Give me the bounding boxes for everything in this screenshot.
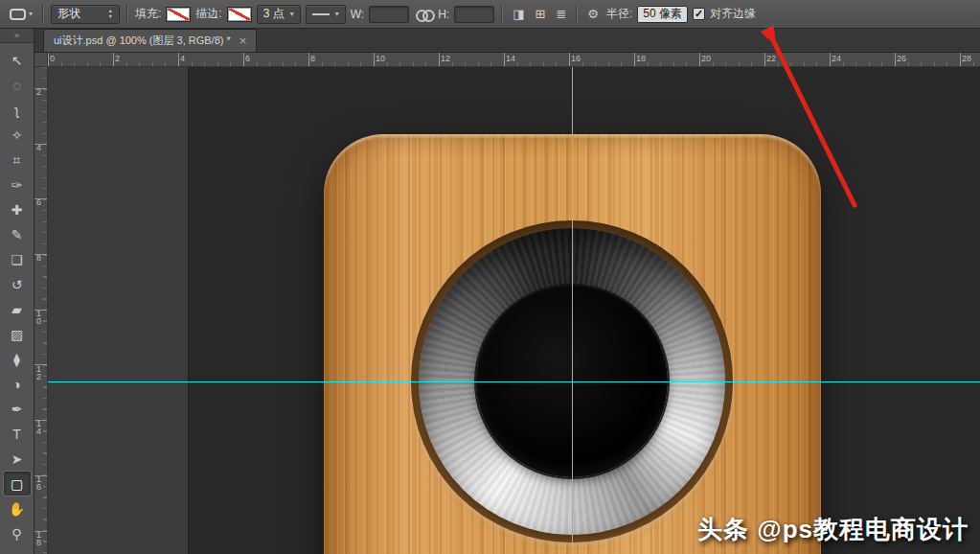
width-input[interactable]	[369, 6, 409, 23]
ruler-top-label: 4	[180, 54, 185, 63]
chevron-down-icon: ▾	[335, 11, 339, 18]
path-selection-tool[interactable]: ➤	[4, 447, 31, 471]
lasso-tool[interactable]: ʅ	[4, 98, 31, 122]
link-dimensions-button[interactable]	[414, 8, 433, 20]
tool-list: ↖◌ʅ✧⌗✑✚✎❏↺▰▨⧫◑✒T➤▢✋⚲	[0, 43, 34, 554]
combo-arrows-icon: ▲ ▼	[108, 9, 113, 19]
divider	[42, 5, 44, 24]
tool-mode-select[interactable]: 形状 ▲ ▼	[51, 5, 120, 24]
solid-line-icon	[312, 13, 330, 15]
tool-mode-value: 形状	[57, 6, 80, 22]
ruler-corner	[34, 53, 48, 67]
no-color-slash-icon	[168, 9, 189, 20]
rounded-rectangle-icon	[10, 9, 26, 20]
check-icon: ✓	[695, 9, 703, 19]
ruler-top-label: 26	[897, 54, 906, 63]
close-icon[interactable]: ×	[239, 35, 247, 47]
stroke-width-select[interactable]: 3 点 ▾	[257, 5, 301, 24]
options-bar: ▾ 形状 ▲ ▼ 填充: 描边: 3 点 ▾ ▾ W:	[0, 0, 980, 29]
ruler-top[interactable]: 0246810121416182022242628	[48, 53, 980, 67]
ruler-top-label: 24	[832, 54, 841, 63]
align-edges-checkbox[interactable]: ✓	[693, 8, 705, 20]
ruler-left-label: 2	[36, 88, 45, 96]
dodge-tool[interactable]: ◑	[4, 372, 31, 396]
clone-stamp-tool[interactable]: ❏	[4, 247, 31, 271]
ruler-left-label: 4	[36, 144, 45, 151]
zoom-tool[interactable]: ⚲	[4, 521, 31, 545]
radius-label: 半径:	[606, 6, 632, 22]
document-tab[interactable]: ui设计.psd @ 100% (图层 3, RGB/8) * ×	[43, 29, 257, 52]
ruler-top-label: 2	[115, 54, 120, 63]
ruler-top-label: 22	[766, 54, 776, 63]
combo-down-icon: ▼	[108, 14, 113, 19]
fill-label: 填充:	[135, 6, 161, 22]
tool-preset-button[interactable]: ▾	[7, 7, 35, 22]
tab-title: ui设计.psd @ 100% (图层 3, RGB/8) *	[54, 34, 231, 48]
path-alignment-button[interactable]: ⊞	[533, 6, 549, 22]
ruler-left-label: 18	[36, 531, 45, 546]
ruler-left-label: 8	[36, 254, 45, 262]
blur-tool[interactable]: ⧫	[4, 347, 31, 371]
photoshop-window: ▾ 形状 ▲ ▼ 填充: 描边: 3 点 ▾ ▾ W:	[0, 0, 980, 554]
width-label: W:	[351, 8, 364, 21]
eyedropper-tool[interactable]: ✑	[4, 173, 31, 196]
ruler-left-label: 14	[36, 420, 45, 435]
crop-tool[interactable]: ⌗	[4, 148, 31, 172]
chevron-down-icon: ▾	[290, 11, 294, 18]
stroke-width-value: 3 点	[263, 6, 285, 22]
ruler-top-label: 18	[636, 54, 646, 63]
gear-button[interactable]: ⚙	[584, 6, 602, 22]
no-color-slash-icon	[229, 9, 250, 20]
history-brush-tool[interactable]: ↺	[4, 272, 31, 296]
tab-bar: ui设计.psd @ 100% (图层 3, RGB/8) * ×	[34, 29, 980, 53]
ruler-top-label: 0	[50, 54, 55, 63]
canvas-viewport	[48, 67, 980, 554]
stroke-style-select[interactable]: ▾	[306, 5, 346, 24]
stroke-label: 描边:	[195, 6, 221, 22]
guide-horizontal[interactable]	[48, 381, 980, 382]
watermark: 头条 @ps教程电商设计	[697, 513, 969, 546]
rounded-rectangle-tool[interactable]: ▢	[4, 472, 31, 496]
height-label: H:	[438, 8, 449, 21]
ruler-top-label: 20	[701, 54, 711, 63]
elliptical-marquee-tool[interactable]: ◌	[4, 73, 31, 97]
gear-icon: ⚙	[587, 7, 599, 21]
type-tool[interactable]: T	[4, 422, 31, 446]
ruler-top-label: 12	[441, 54, 450, 63]
ruler-top-label: 6	[245, 54, 250, 63]
ruler-left-label: 6	[36, 198, 45, 206]
ruler-left-label: 16	[36, 475, 45, 491]
ruler-left-label: 12	[36, 365, 45, 381]
path-operations-button[interactable]: ◨	[510, 6, 527, 22]
link-icon	[416, 10, 431, 18]
eraser-tool[interactable]: ▰	[4, 297, 31, 321]
quick-selection-tool[interactable]: ✧	[4, 123, 31, 147]
align-edges-label: 对齐边缘	[710, 6, 756, 22]
gradient-tool[interactable]: ▨	[4, 322, 31, 346]
brush-tool[interactable]: ✎	[4, 222, 31, 246]
pen-tool[interactable]: ✒	[4, 397, 31, 421]
hand-tool[interactable]: ✋	[4, 496, 31, 520]
chevron-down-icon: ▾	[29, 11, 33, 18]
pasteboard	[48, 67, 189, 554]
divider	[501, 5, 503, 24]
ruler-top-label: 28	[962, 54, 971, 63]
divider	[126, 5, 128, 24]
panel-collapse-button[interactable]: »	[0, 29, 34, 43]
ruler-left-label: 10	[36, 310, 45, 325]
fill-swatch[interactable]	[166, 7, 191, 22]
stroke-swatch[interactable]	[227, 7, 252, 22]
ruler-top-label: 16	[571, 54, 581, 63]
ruler-top-label: 14	[506, 54, 515, 63]
move-tool[interactable]: ↖	[4, 48, 31, 72]
guide-vertical[interactable]	[572, 67, 573, 554]
ruler-left[interactable]: 24681012141618	[34, 67, 48, 554]
height-input[interactable]	[454, 6, 494, 23]
ruler-top-label: 10	[376, 54, 385, 63]
radius-input[interactable]: 50 像素	[637, 6, 688, 23]
path-arrange-button[interactable]: ≣	[553, 6, 569, 22]
divider	[576, 5, 578, 24]
ruler-top-label: 8	[310, 54, 315, 63]
document-canvas[interactable]	[189, 67, 980, 554]
healing-brush-tool[interactable]: ✚	[4, 197, 31, 221]
